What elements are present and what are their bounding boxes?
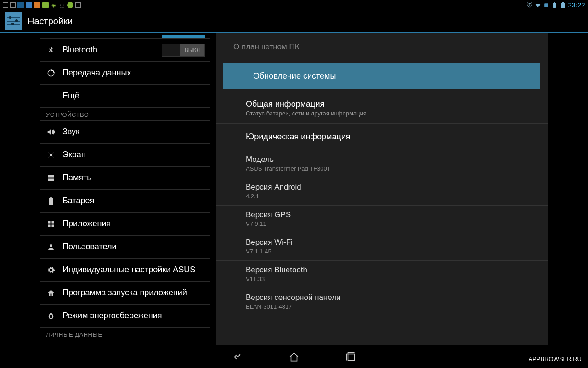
info-value: V7.9.11 [246,220,518,227]
item-title: Общая информация [246,99,518,109]
back-button[interactable] [229,349,245,365]
sidebar-section-personal: ЛИЧНЫЕ ДАННЫЕ [40,328,210,340]
item-legal[interactable]: Юридическая информация [216,124,548,150]
navigation-bar [0,345,588,368]
svg-rect-9 [48,177,54,178]
sidebar-item-label: Режим энергосбережения [62,311,162,321]
sidebar-item-more[interactable]: Ещё... [40,85,210,108]
recent-apps-button[interactable] [343,349,359,365]
info-model[interactable]: Модель ASUS Transformer Pad TF300T [216,150,548,178]
svg-rect-1 [544,3,548,7]
svg-rect-13 [48,221,50,223]
sidebar-item-data[interactable]: Передача данных [40,62,210,85]
sidebar-item-bluetooth[interactable]: Bluetooth ВЫКЛ [40,39,210,62]
svg-rect-14 [52,221,54,223]
notification-icon [17,2,24,8]
storage-icon [46,173,56,183]
status-right-tray: 23:22 [526,1,585,9]
info-value: ASUS Transformer Pad TF300T [246,165,518,172]
svg-point-7 [50,154,52,156]
notification-icon: ⬚ [59,2,65,8]
bluetooth-icon [46,45,56,55]
svg-rect-10 [48,179,54,181]
sidebar-item-users[interactable]: Пользователи [40,236,210,259]
info-value: 4.2.1 [246,193,518,200]
sidebar-item-partial[interactable] [40,33,210,39]
info-android-version[interactable]: Версия Android 4.2.1 [216,178,548,206]
info-value: ELAN-3011-4817 [246,303,518,310]
gear-icon [46,265,56,275]
app-header: Настройки [0,10,588,33]
sidebar-item-label: Программа запуска приложений [62,288,187,298]
svg-rect-2 [553,3,556,7]
wifi-icon [535,2,541,8]
svg-rect-8 [48,175,54,177]
info-title: Версия GPS [246,210,518,219]
battery-small-icon [551,2,558,8]
sidebar-item-battery[interactable]: Батарея [40,190,210,213]
info-title: Версия Wi-Fi [246,238,518,247]
info-value: V11.33 [246,276,518,282]
leaf-icon [46,311,56,321]
notification-icon [3,2,8,8]
content-area: Bluetooth ВЫКЛ Передача данных Ещё... УС… [0,33,588,345]
main-header: О планшетном ПК [216,37,548,60]
svg-rect-12 [50,197,52,198]
notification-icon [26,2,32,8]
info-title: Модель [246,155,518,164]
svg-rect-16 [52,224,54,227]
notification-icon [67,2,74,8]
home-button[interactable] [286,349,302,365]
item-subtitle: Статус батареи, сети и другая информация [246,110,518,117]
item-general-info[interactable]: Общая информация Статус батареи, сети и … [216,93,548,124]
sidebar-item-label: Экран [62,150,86,160]
settings-icon [5,12,22,30]
svg-rect-3 [554,2,555,3]
data-usage-icon [46,68,56,78]
svg-rect-18 [348,354,355,360]
info-wifi-version[interactable]: Версия Wi-Fi V7.1.1.45 [216,233,548,261]
sidebar-item-apps[interactable]: Приложения [40,213,210,236]
info-bluetooth-version[interactable]: Версия Bluetooth V11.33 [216,261,548,288]
sidebar-section-device: УСТРОЙСТВО [40,108,210,121]
sidebar-item-label: Передача данных [62,68,131,78]
sidebar-item-label: Индивидуальные настройки ASUS [62,265,195,275]
sidebar-item-label: Память [62,173,91,183]
sound-icon [46,127,56,137]
display-icon [46,150,56,160]
info-touch-version[interactable]: Версия сенсорной панели ELAN-3011-4817 [216,288,548,316]
info-title: Версия сенсорной панели [246,293,518,302]
svg-rect-5 [562,2,564,3]
alarm-icon [526,2,533,8]
sidebar-item-label: Батарея [62,196,94,206]
status-clock: 23:22 [568,1,585,9]
sidebar-item-label: Приложения [62,219,111,229]
main-panel: О планшетном ПК Обновление системы Общая… [216,33,548,345]
sidebar-item-label: Bluetooth [62,45,97,55]
home-icon [46,288,56,298]
sidebar-item-label: Пользователи [62,242,116,252]
users-icon [46,242,56,252]
sidebar-item-display[interactable]: Экран [40,144,210,167]
sidebar-item-sound[interactable]: Звук [40,121,210,144]
apps-icon [46,219,56,229]
sidebar-item-launcher[interactable]: Программа запуска приложений [40,282,210,305]
battery-icon [560,2,566,8]
blank-icon [46,91,56,101]
sidebar-item-label: Звук [62,127,79,137]
sidebar-item-storage[interactable]: Память [40,167,210,190]
storage-icon [543,2,549,8]
item-system-update[interactable]: Обновление системы [223,63,540,89]
sidebar-item-asus[interactable]: Индивидуальные настройки ASUS [40,259,210,282]
toggle-knob: ВЫКЛ [180,44,204,56]
svg-point-17 [50,244,52,247]
notification-icon [10,2,16,8]
sidebar-item-power[interactable]: Режим энергосбережения [40,305,210,328]
info-title: Версия Bluetooth [246,265,518,275]
sidebar: Bluetooth ВЫКЛ Передача данных Ещё... УС… [40,33,210,345]
bluetooth-toggle[interactable]: ВЫКЛ [162,44,205,57]
toggle-on-hint [162,35,205,38]
info-title: Версия Android [246,183,518,192]
item-title: Обновление системы [253,71,510,81]
info-gps-version[interactable]: Версия GPS V7.9.11 [216,206,548,233]
